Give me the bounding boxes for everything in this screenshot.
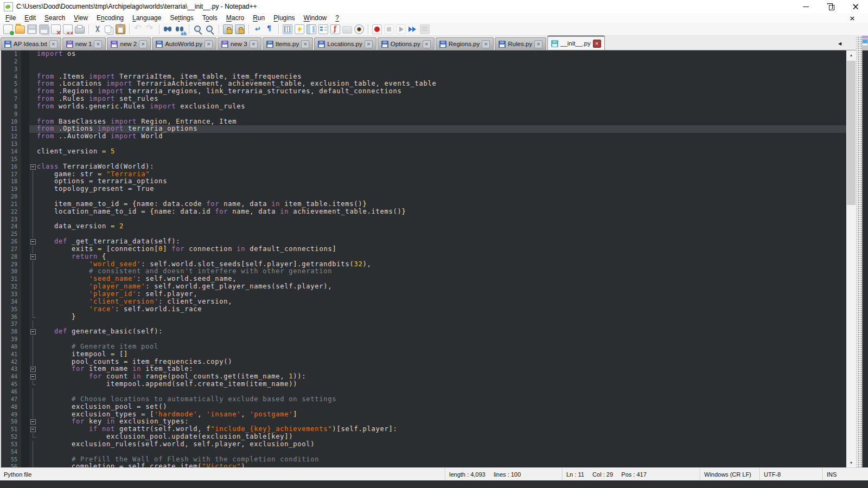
bookmark-margin[interactable] <box>21 381 29 388</box>
bookmark-margin[interactable] <box>21 343 29 351</box>
code-text[interactable]: 'player_name': self.world.get_player_nam… <box>37 283 846 291</box>
open-folder-icon[interactable] <box>15 25 25 34</box>
chevron-down-icon[interactable] <box>846 458 856 467</box>
bookmark-margin[interactable] <box>21 456 29 464</box>
bookmark-margin[interactable] <box>21 441 29 448</box>
code-text[interactable] <box>37 448 846 456</box>
bookmark-margin[interactable] <box>21 208 29 216</box>
tab-close-icon[interactable]: × <box>593 40 601 48</box>
cut-icon[interactable] <box>93 24 103 34</box>
tab-locations-py[interactable]: Locations.py× <box>314 37 376 50</box>
code-text[interactable]: from worlds.generic.Rules import exclusi… <box>37 103 846 111</box>
fold-collapse-icon[interactable] <box>29 365 37 373</box>
bookmark-margin[interactable] <box>21 403 29 411</box>
menu-item-tools[interactable]: Tools <box>198 14 222 22</box>
tab-close-icon[interactable]: × <box>250 40 258 48</box>
status-insert-mode[interactable]: INS <box>822 468 868 480</box>
macro-record-icon[interactable] <box>372 24 382 34</box>
code-text[interactable]: itempool.append(self.create_item(item_na… <box>37 381 846 388</box>
bookmark-margin[interactable] <box>21 80 29 88</box>
menu-item-settings[interactable]: Settings <box>165 14 197 22</box>
fold-collapse-icon[interactable] <box>29 253 37 261</box>
tab-close-icon[interactable]: × <box>49 40 58 48</box>
save-all-icon[interactable] <box>39 24 49 34</box>
code-text[interactable] <box>37 320 846 328</box>
indent-guide-icon[interactable] <box>283 24 292 34</box>
bookmark-margin[interactable] <box>21 365 29 373</box>
fold-collapse-icon[interactable] <box>29 328 37 336</box>
code-text[interactable]: for count in range(pool_counts.get(item_… <box>37 373 846 381</box>
code-text[interactable]: from ..AutoWorld import World <box>37 133 846 140</box>
code-text[interactable] <box>37 216 846 223</box>
code-text[interactable] <box>37 111 846 118</box>
bookmark-margin[interactable] <box>21 171 29 178</box>
code-text[interactable]: return { <box>37 253 846 261</box>
tab-new-3[interactable]: new 3× <box>218 37 261 50</box>
bookmark-margin[interactable] <box>21 66 29 73</box>
code-text[interactable] <box>37 66 846 73</box>
bookmark-margin[interactable] <box>21 156 29 163</box>
sync-vertical-icon[interactable] <box>223 24 233 34</box>
code-text[interactable]: def generate_basic(self): <box>37 328 846 336</box>
code-text[interactable]: # Generate item pool <box>37 343 846 351</box>
bookmark-margin[interactable] <box>21 163 29 171</box>
bookmark-margin[interactable] <box>21 125 29 133</box>
redo-icon[interactable] <box>145 24 155 34</box>
fold-collapse-icon[interactable] <box>29 163 37 171</box>
close-all-icon[interactable] <box>63 24 73 34</box>
bookmark-margin[interactable] <box>21 373 29 381</box>
minimize-icon[interactable] <box>793 0 818 13</box>
bookmark-margin[interactable] <box>21 268 29 275</box>
bookmark-margin[interactable] <box>21 253 29 261</box>
bookmark-margin[interactable] <box>21 88 29 95</box>
code-text[interactable]: from BaseClasses import Region, Entrance… <box>37 118 846 126</box>
doc-list-icon[interactable] <box>318 24 328 34</box>
status-eol-format[interactable]: Windows (CR LF) <box>700 468 760 480</box>
bookmark-margin[interactable] <box>21 230 29 238</box>
bookmark-margin[interactable] <box>21 118 29 126</box>
code-text[interactable]: from .Options import terraria_options <box>37 125 846 133</box>
code-text[interactable]: for item_name in item_table: <box>37 365 846 373</box>
bookmark-margin[interactable] <box>21 223 29 230</box>
code-text[interactable] <box>37 336 846 343</box>
function-list-icon[interactable] <box>330 24 340 34</box>
vertical-scrollbar[interactable] <box>846 50 856 467</box>
undo-icon[interactable] <box>133 24 143 34</box>
code-text[interactable]: 'client_version': client_version, <box>37 298 846 306</box>
view-splitter[interactable] <box>856 36 862 480</box>
sync-horizontal-icon[interactable] <box>235 24 245 34</box>
code-text[interactable] <box>37 193 846 201</box>
bookmark-margin[interactable] <box>21 201 29 208</box>
code-text[interactable]: exclusion_pool = set() <box>37 403 846 411</box>
code-text[interactable]: options = terraria_options <box>37 178 846 185</box>
tab-init-py[interactable]: __init__.py× <box>547 35 605 50</box>
bookmark-margin[interactable] <box>21 275 29 283</box>
menu-item-language[interactable]: Language <box>128 14 165 22</box>
code-text[interactable]: } <box>37 313 846 321</box>
bookmark-margin[interactable] <box>21 411 29 419</box>
bookmark-margin[interactable] <box>21 58 29 66</box>
code-text[interactable]: exclusion_pool.update(exclusion_table[ke… <box>37 433 846 441</box>
code-text[interactable] <box>37 230 846 238</box>
bookmark-margin[interactable] <box>21 426 29 433</box>
code-text[interactable]: # Choose locations to automatically excl… <box>37 396 846 403</box>
code-text[interactable]: item_name_to_id = {name: data.code for n… <box>37 201 846 208</box>
code-text[interactable]: topology_present = True <box>37 185 846 193</box>
menu-item-edit[interactable]: Edit <box>20 14 40 22</box>
code-text[interactable] <box>37 140 846 148</box>
bookmark-margin[interactable] <box>21 328 29 336</box>
show-all-chars-icon[interactable] <box>265 24 275 34</box>
code-text[interactable]: data_version = 2 <box>37 223 846 230</box>
code-text[interactable]: # consistent and doesn't interfere with … <box>37 268 846 275</box>
menu-item-macro[interactable]: Macro <box>222 14 248 22</box>
tab-close-icon[interactable]: × <box>365 40 373 48</box>
tab-regions-py[interactable]: Regions.py× <box>436 37 494 50</box>
bookmark-margin[interactable] <box>21 448 29 456</box>
tab-scroll-left-icon[interactable] <box>838 37 845 44</box>
menu-item-window[interactable]: Window <box>299 14 331 22</box>
bookmark-margin[interactable] <box>21 261 29 268</box>
bookmark-margin[interactable] <box>21 320 29 328</box>
bookmark-margin[interactable] <box>21 148 29 156</box>
fold-collapse-icon[interactable] <box>29 373 37 381</box>
code-text[interactable]: client_version = 5 <box>37 148 846 156</box>
